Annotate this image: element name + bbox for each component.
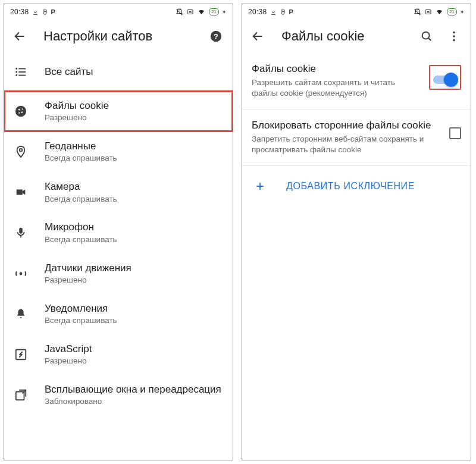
phone-left: 20:38 P 21: [4, 4, 233, 460]
add-exception-button[interactable]: + ДОБАВИТЬ ИСКЛЮЧЕНИЕ: [242, 166, 471, 206]
row-sublabel: Разрешено: [45, 113, 223, 123]
row-label: Уведомления: [45, 302, 223, 315]
svg-rect-15: [19, 228, 23, 234]
page-title: Настройки сайтов: [35, 29, 201, 44]
svg-point-24: [453, 39, 455, 42]
row-location[interactable]: Геоданные Всегда спрашивать: [4, 131, 233, 172]
row-sublabel: Всегда спрашивать: [45, 316, 223, 326]
settings-list: Все сайты Файлы cookie Разрешено Геоданн…: [4, 53, 233, 460]
svg-point-12: [18, 112, 20, 114]
help-button[interactable]: ?: [204, 24, 228, 48]
search-button[interactable]: [415, 24, 439, 48]
svg-text:?: ?: [214, 32, 218, 41]
allow-cookies-toggle[interactable]: [433, 74, 457, 86]
bell-icon: [12, 308, 29, 321]
motion-icon: [12, 267, 29, 280]
popup-icon: [12, 388, 29, 402]
list-icon: [12, 65, 29, 79]
back-button[interactable]: [8, 24, 32, 48]
svg-rect-8: [18, 71, 26, 73]
row-sublabel: Всегда спрашивать: [45, 195, 223, 205]
status-clock: 20:38: [248, 8, 267, 16]
setting-title: Блокировать сторонние файлы cookie: [252, 119, 441, 132]
mic-icon: [12, 226, 29, 239]
row-label: Все сайты: [45, 65, 223, 78]
row-label: JavaScript: [45, 343, 223, 355]
row-label: Микрофон: [45, 221, 223, 233]
nosim-icon: [424, 8, 432, 15]
setting-block-3p-cookies[interactable]: Блокировать сторонние файлы cookie Запре…: [242, 109, 471, 165]
dnd-icon: [176, 8, 183, 16]
svg-point-19: [282, 10, 283, 11]
dnd-icon: [414, 8, 421, 16]
phone-right: 20:38 P 21: [242, 4, 471, 460]
overflow-menu-button[interactable]: [442, 24, 466, 48]
setting-title: Файлы cookie: [252, 62, 421, 76]
row-label: Датчики движения: [45, 262, 223, 274]
app-bar: Настройки сайтов ?: [4, 20, 233, 53]
wifi-icon: [435, 8, 444, 15]
svg-rect-7: [18, 68, 26, 70]
download-icon: [270, 9, 277, 15]
row-all-sites[interactable]: Все сайты: [4, 53, 233, 91]
wifi-icon: [197, 8, 206, 15]
svg-rect-9: [18, 75, 26, 76]
row-javascript[interactable]: JavaScript Разрешено: [4, 334, 233, 375]
back-button[interactable]: [246, 24, 270, 48]
block-3p-checkbox[interactable]: [449, 127, 461, 139]
row-label: Камера: [45, 180, 223, 193]
charging-icon: [222, 8, 227, 15]
status-clock: 20:38: [10, 8, 29, 16]
svg-point-22: [453, 32, 455, 34]
row-sublabel: Заблокировано: [45, 397, 223, 407]
svg-point-6: [15, 74, 17, 76]
plus-icon: +: [252, 178, 268, 195]
svg-point-14: [20, 149, 23, 152]
row-sublabel: Всегда спрашивать: [45, 153, 223, 164]
setting-allow-cookies[interactable]: Файлы cookie Разрешить сайтам сохранять …: [242, 53, 471, 109]
svg-point-4: [15, 68, 17, 70]
cookie-icon: [12, 105, 29, 118]
add-exception-label: ДОБАВИТЬ ИСКЛЮЧЕНИЕ: [286, 181, 415, 192]
svg-point-21: [422, 32, 430, 39]
nosim-icon: [186, 8, 194, 15]
setting-desc: Разрешить сайтам сохранять и читать файл…: [252, 77, 421, 98]
row-sublabel: Разрешено: [45, 275, 223, 286]
location-status-icon: [42, 9, 48, 15]
location-status-icon: [280, 9, 286, 15]
cookie-settings: Файлы cookie Разрешить сайтам сохранять …: [242, 53, 471, 460]
svg-point-0: [44, 10, 45, 11]
row-motion-sensors[interactable]: Датчики движения Разрешено: [4, 253, 233, 294]
status-bar: 20:38 P 21: [4, 4, 233, 20]
app-bar: Файлы cookie: [242, 20, 471, 53]
row-notifications[interactable]: Уведомления Всегда спрашивать: [4, 294, 233, 334]
page-title: Файлы cookie: [273, 29, 411, 44]
status-bar: 20:38 P 21: [242, 4, 471, 20]
setting-desc: Запретить сторонним веб-сайтам сохранять…: [252, 134, 441, 155]
js-icon: [12, 348, 29, 361]
svg-point-23: [453, 35, 455, 37]
p-icon: P: [51, 8, 55, 15]
row-label: Всплывающие окна и переадресация: [45, 383, 223, 396]
row-sublabel: Разрешено: [45, 356, 223, 366]
row-label: Файлы cookie: [45, 99, 223, 112]
battery-indicator: 21: [447, 8, 457, 15]
download-icon: [32, 9, 39, 15]
row-cookies[interactable]: Файлы cookie Разрешено: [4, 91, 233, 131]
charging-icon: [460, 8, 465, 15]
svg-point-10: [18, 109, 20, 111]
p-icon: P: [289, 8, 293, 15]
toggle-highlight: [429, 65, 461, 90]
row-label: Геоданные: [45, 140, 223, 152]
row-camera[interactable]: Камера Всегда спрашивать: [4, 172, 233, 212]
row-microphone[interactable]: Микрофон Всегда спрашивать: [4, 212, 233, 253]
svg-point-16: [20, 272, 23, 275]
battery-indicator: 21: [209, 8, 219, 15]
svg-point-11: [22, 108, 23, 109]
location-icon: [12, 145, 29, 158]
row-sublabel: Всегда спрашивать: [45, 235, 223, 245]
row-popups[interactable]: Всплывающие окна и переадресация Заблоки…: [4, 375, 233, 415]
camera-icon: [12, 186, 29, 199]
svg-point-13: [21, 112, 23, 114]
svg-point-5: [15, 71, 17, 73]
